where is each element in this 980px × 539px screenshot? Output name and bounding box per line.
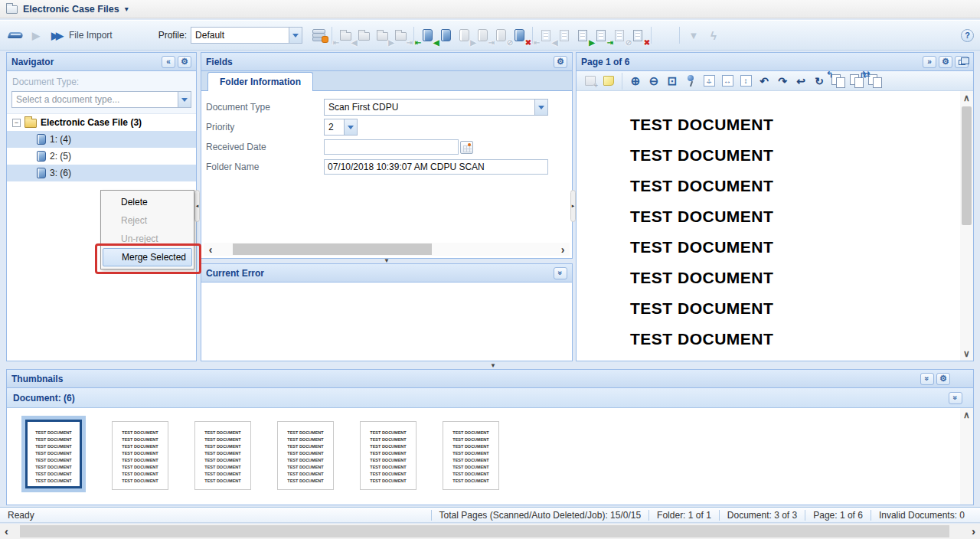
rotate-left-button[interactable]: ↶ [755,73,773,90]
next-arrow-icon: ▶ [470,38,476,47]
fields-settings-button[interactable]: ⚙ [554,56,567,68]
zoom-region-button[interactable]: ⊡ [663,73,681,90]
window-scrollbar-thumb[interactable] [20,525,949,537]
folder-icon [340,32,351,41]
fit-width-button[interactable]: ↔ [718,73,737,90]
next-folder-button[interactable]: ▶ [373,26,391,44]
fields-scrollbar-thumb[interactable] [233,243,432,255]
fields-error-splitter[interactable]: ▼ [384,257,390,264]
priority-field-chevron-icon[interactable] [344,119,357,135]
thumbnail-page-5[interactable]: TEST DOCUMENTTEST DOCUMENTTEST DOCUMENTT… [360,421,416,490]
tree-root-label: Electronic Case File (3) [41,117,142,128]
scroll-down-icon[interactable]: ∨ [960,348,973,359]
page-vertical-scrollbar[interactable]: ∧ ∨ [960,91,973,361]
page-image-viewer[interactable]: TEST DOCUMENT TEST DOCUMENT TEST DOCUMEN… [577,91,973,361]
tree-item-document-1[interactable]: 1: (4) [7,131,196,148]
fit-width-icon: ↔ [722,75,733,87]
scroll-left-icon[interactable]: ‹ [204,243,217,256]
navigator-collapse-button[interactable]: « [162,56,175,68]
scroll-left-icon[interactable]: ‹ [5,524,8,537]
fit-height-button[interactable]: ↕ [737,73,755,90]
thumbnails-collapse-button[interactable]: » [920,373,934,385]
page-settings-button[interactable]: ⚙ [939,56,952,68]
thumbnail-text-line: TEST DOCUMENT [443,457,498,464]
thumbnail-text-line: TEST DOCUMENT [113,464,168,471]
pin-zoom-button[interactable] [681,73,700,90]
window-horizontal-scrollbar[interactable]: ‹ › [0,524,980,539]
fit-window-button[interactable]: ↔↕ [700,73,718,90]
fields-page-splitter[interactable]: ▸ [570,190,576,222]
scroll-up-icon[interactable]: ∧ [960,93,973,103]
zoom-out-button[interactable]: ⊖ [645,73,663,90]
tree-item-document-3[interactable]: 3: (6) [7,165,196,181]
insert-page-button[interactable]: ↰ [828,73,847,90]
document-type-field-chevron-icon[interactable] [534,100,547,115]
fields-horizontal-scrollbar[interactable]: ‹ › [204,243,570,256]
context-menu-item-merge-selected[interactable]: Merge Selected [103,248,192,266]
swap-page-button[interactable]: ⇄ [865,73,884,90]
page-scrollbar-thumb[interactable] [962,106,972,225]
rotate-180-button[interactable]: ↩ [792,73,810,90]
page-icon [560,30,569,41]
thumbnails-settings-button[interactable]: ⚙ [936,373,950,385]
document-type-chevron-icon[interactable] [178,92,191,107]
zoom-out-icon: ⊖ [649,74,659,88]
tree-item-label: 2: (5) [50,151,71,162]
add-note-button[interactable]: + [581,73,599,90]
view-note-button[interactable] [599,73,618,90]
previous-page-button[interactable]: ◀ [555,26,573,44]
scroll-up-icon[interactable]: ∧ [960,410,973,420]
navigator-fields-splitter[interactable]: ◂ [194,190,200,222]
context-menu: Delete Reject Un-reject Merge Selected [100,190,194,270]
scroll-right-icon[interactable]: › [972,524,975,537]
priority-field-select[interactable]: 2 [324,119,358,136]
scan-button[interactable] [6,25,26,45]
thumbnail-page-6[interactable]: TEST DOCUMENTTEST DOCUMENTTEST DOCUMENTT… [443,421,499,490]
app-title-dropdown-caret-icon[interactable]: ▾ [125,5,129,13]
thumbnails-document-section-header: Document: (6) » [7,388,973,408]
help-button[interactable]: ? [961,29,974,42]
previous-folder-button[interactable]: ◀ [354,26,373,44]
current-error-collapse-button[interactable]: » [554,267,567,279]
document-text-line: TEST DOCUMENT [630,263,973,293]
profile-select[interactable]: Default [191,27,302,44]
tree-item-document-2[interactable]: 2: (5) [7,148,196,165]
document-text-line: TEST DOCUMENT [630,171,973,201]
folder-name-field-input[interactable]: 07/10/2018 10:39:07 AM CDPU SCAN [324,159,548,175]
navigator-settings-button[interactable]: ⚙ [178,56,191,68]
previous-document-button[interactable]: ◀ [436,26,455,44]
thumbnails-section-collapse-button[interactable]: » [949,392,962,404]
document-type-field-select[interactable]: Scan First CDPU [324,99,548,116]
context-menu-item-delete[interactable]: Delete [101,193,194,211]
resume-button[interactable]: ▶ [26,25,46,45]
process-button[interactable]: ϟ [704,25,724,45]
page-expand-button[interactable]: » [923,56,936,68]
scroll-right-icon[interactable]: › [556,243,570,256]
thumbnails-row: TEST DOCUMENTTEST DOCUMENTTEST DOCUMENTT… [7,408,973,492]
page-restore-button[interactable] [955,56,969,68]
thumbnail-page-3[interactable]: TEST DOCUMENTTEST DOCUMENTTEST DOCUMENTT… [194,421,251,490]
thumbnail-page-1-selected[interactable]: TEST DOCUMENTTEST DOCUMENTTEST DOCUMENTT… [21,416,86,492]
tab-folder-information[interactable]: Folder Information [207,72,313,91]
thumbnail-text-line: TEST DOCUMENT [361,457,416,464]
date-picker-button[interactable] [459,139,474,155]
thumbnail-page-2[interactable]: TEST DOCUMENTTEST DOCUMENTTEST DOCUMENTT… [112,421,168,490]
file-import-button[interactable]: ▶▶ [46,25,66,45]
tree-root-row[interactable]: − Electronic Case File (3) [7,114,196,131]
profile-select-value: Default [191,28,289,43]
zoom-in-button[interactable]: ⊕ [626,73,645,90]
next-page-button[interactable]: ▶ [573,26,592,44]
thumbnails-vertical-scrollbar[interactable]: ∧ [960,408,973,505]
thumbnail-page-4[interactable]: TEST DOCUMENTTEST DOCUMENTTEST DOCUMENTT… [277,421,334,490]
next-document-button[interactable]: ▶ [455,26,473,44]
document-type-select[interactable]: Select a document type... [11,91,191,108]
save-profile-button[interactable] [306,25,328,45]
rotate-right-button[interactable]: ↷ [773,73,792,90]
tree-item-label: 3: (6) [50,168,71,178]
main-thumbnails-splitter[interactable]: ▼ [490,362,496,369]
document-icon [514,29,524,41]
received-date-field-input[interactable] [324,139,459,155]
profile-select-chevron-icon[interactable] [289,28,302,43]
stamp-button[interactable]: ▼ [684,25,704,45]
tree-collapse-icon[interactable]: − [12,119,21,127]
